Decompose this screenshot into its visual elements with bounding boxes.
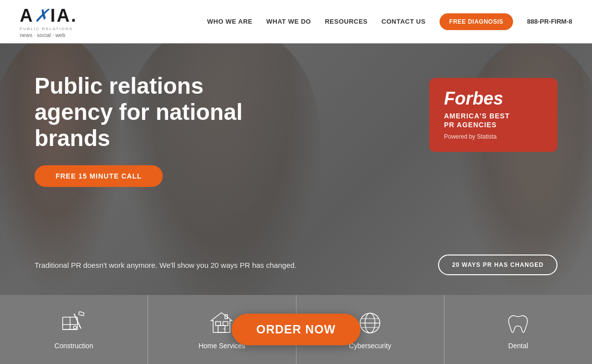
svg-point-12 bbox=[223, 328, 224, 329]
construction-label: Construction bbox=[54, 342, 93, 350]
globe-icon bbox=[357, 310, 384, 337]
hero-section: Public relations agency for national bra… bbox=[0, 43, 592, 295]
header: A ✗ IA . PUBLIC RELATIONS news · social … bbox=[0, 0, 592, 43]
svg-marker-7 bbox=[211, 313, 232, 332]
construction-icon bbox=[60, 310, 87, 337]
hero-heading: Public relations agency for national bra… bbox=[35, 73, 281, 151]
main-nav: WHO WE ARE WHAT WE DO RESOURCES CONTACT … bbox=[207, 13, 572, 30]
logo-brand: A ✗ IA . bbox=[20, 5, 77, 26]
nav-who-we-are[interactable]: WHO WE ARE bbox=[207, 18, 253, 25]
logo-public-relations: PUBLIC RELATIONS bbox=[20, 27, 73, 31]
hero-tagline: Traditional PR doesn't work anymore. We'… bbox=[35, 261, 296, 269]
logo-slash: ✗ bbox=[34, 5, 50, 26]
hero-top: Public relations agency for national bra… bbox=[35, 73, 557, 245]
logo-subtitle: news · social · web bbox=[20, 32, 65, 38]
phone-number: 888-PR-FIRM-8 bbox=[527, 18, 572, 25]
cybersecurity-label: Cybersecurity bbox=[349, 342, 391, 350]
industry-dental[interactable]: Dental bbox=[444, 295, 592, 364]
forbes-badge: Forbes AMERICA'S BEST PR AGENCIES Powere… bbox=[429, 78, 557, 152]
industries-section: Construction Home Services bbox=[0, 295, 592, 364]
forbes-powered: Powered by Statista bbox=[444, 133, 543, 140]
hero-content: Public relations agency for national bra… bbox=[0, 43, 592, 295]
svg-rect-5 bbox=[79, 311, 84, 315]
dental-icon bbox=[505, 310, 532, 337]
svg-point-6 bbox=[74, 326, 76, 329]
forbes-subtitle: AMERICA'S BEST PR AGENCIES bbox=[444, 111, 543, 129]
twenty-ways-button[interactable]: 20 WAYS PR HAS CHANGED bbox=[438, 255, 557, 275]
free-call-button[interactable]: FREE 15 MINUTE CALL bbox=[35, 165, 163, 187]
nav-contact-us[interactable]: CONTACT US bbox=[381, 18, 425, 25]
svg-rect-9 bbox=[216, 322, 221, 326]
free-diagnosis-button[interactable]: FREE DIAGNOSIS bbox=[440, 13, 514, 30]
order-now-button[interactable]: ORDER NOW bbox=[232, 314, 361, 345]
dental-label: Dental bbox=[508, 342, 528, 350]
hero-left: Public relations agency for national bra… bbox=[35, 73, 281, 187]
nav-what-we-do[interactable]: WHAT WE DO bbox=[266, 18, 311, 25]
home-services-label: Home Services bbox=[198, 342, 245, 350]
nav-resources[interactable]: RESOURCES bbox=[325, 18, 368, 25]
industry-construction[interactable]: Construction bbox=[0, 295, 148, 364]
hero-bottom: Traditional PR doesn't work anymore. We'… bbox=[35, 255, 557, 275]
logo: A ✗ IA . PUBLIC RELATIONS news · social … bbox=[20, 5, 77, 38]
forbes-title: Forbes bbox=[444, 90, 543, 108]
svg-rect-10 bbox=[223, 322, 228, 326]
